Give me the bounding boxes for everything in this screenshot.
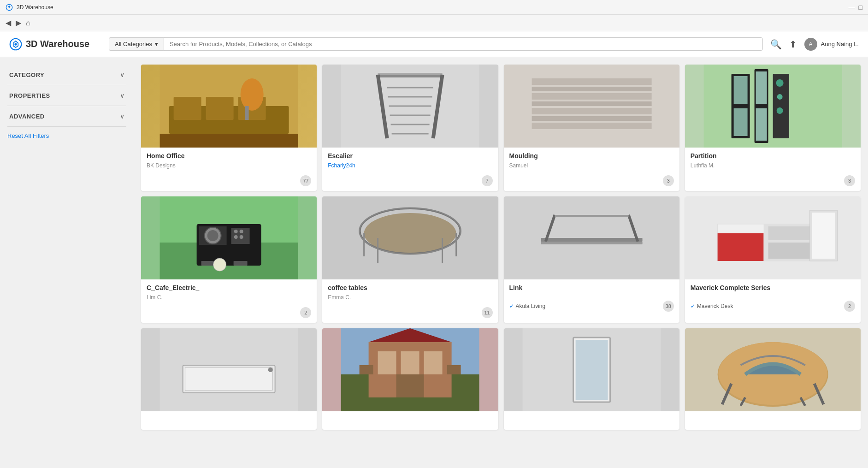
svg-rect-36 xyxy=(756,108,767,141)
check-icon-link: ✓ xyxy=(509,303,514,309)
search-input[interactable] xyxy=(164,37,763,51)
card-link[interactable]: Link ✓ Akula Living 38 xyxy=(504,196,679,323)
card-author-home-office: BK Designs xyxy=(147,162,311,169)
card-maverick[interactable]: Maverick Complete Series ✓ Maverick Desk… xyxy=(685,196,861,323)
search-area: All Categories ▾ xyxy=(109,37,763,51)
card-count-cafe: 2 xyxy=(300,307,311,318)
card-tray[interactable] xyxy=(141,328,317,430)
minimize-btn[interactable]: — xyxy=(849,4,855,11)
svg-point-46 xyxy=(207,230,218,241)
card-image-cafe xyxy=(141,196,317,279)
svg-point-54 xyxy=(213,258,226,271)
card-author-moulding: Samuel xyxy=(509,162,674,169)
back-button[interactable]: ◀ xyxy=(6,18,11,27)
card-body-moulding: Moulding Samuel xyxy=(504,148,679,173)
maximize-btn[interactable]: □ xyxy=(859,4,862,11)
forward-button[interactable]: ▶ xyxy=(16,18,21,27)
card-footer-link: ✓ Akula Living 38 xyxy=(504,299,679,316)
card-mirror[interactable] xyxy=(504,328,679,430)
svg-rect-88 xyxy=(396,374,424,397)
filter-header-category[interactable]: CATEGORY ∨ xyxy=(7,66,126,83)
filter-section-advanced: ADVANCED ∨ xyxy=(7,108,126,127)
filter-header-advanced[interactable]: ADVANCED ∨ xyxy=(7,108,126,124)
card-image-moulding xyxy=(504,65,679,148)
card-wood-table[interactable] xyxy=(685,328,861,430)
card-home-office[interactable]: Home Office BK Designs 77 xyxy=(141,65,317,191)
svg-rect-5 xyxy=(174,97,201,120)
verified-text-link: Akula Living xyxy=(516,303,546,309)
svg-rect-68 xyxy=(541,242,642,244)
category-dropdown[interactable]: All Categories ▾ xyxy=(109,37,164,51)
title-bar-text: 3D Warehouse xyxy=(17,4,53,11)
svg-rect-93 xyxy=(575,340,608,400)
card-cafe[interactable]: C_Cafe_Electric_ Lim C. 2 xyxy=(141,196,317,323)
user-area[interactable]: A Aung Naing L. xyxy=(804,38,859,51)
svg-rect-28 xyxy=(531,116,651,121)
svg-point-39 xyxy=(777,94,782,100)
card-body-wood-table xyxy=(685,411,861,423)
card-verified-maverick: ✓ Maverick Desk xyxy=(691,303,733,309)
sidebar: CATEGORY ∨ PROPERTIES ∨ ADVANCED ∨ Reset… xyxy=(0,57,134,468)
logo-icon xyxy=(9,38,22,51)
card-title-cafe: C_Cafe_Electric_ xyxy=(147,284,311,291)
card-title-coffee: coffee tables xyxy=(328,284,492,291)
check-icon-maverick: ✓ xyxy=(691,303,695,309)
title-bar: 3D Warehouse — □ xyxy=(0,0,868,15)
content-area: Home Office BK Designs 77 xyxy=(134,57,868,468)
svg-rect-29 xyxy=(531,123,651,129)
logo-area: 3D Warehouse xyxy=(9,38,101,51)
card-count-maverick: 2 xyxy=(844,301,855,312)
dropdown-chevron: ▾ xyxy=(155,41,158,47)
avatar: A xyxy=(804,38,817,51)
svg-rect-6 xyxy=(206,97,234,120)
card-count-escalier: 7 xyxy=(482,175,493,186)
card-image-home-office xyxy=(141,65,317,148)
logo-text: 3D Warehouse xyxy=(26,39,89,49)
svg-point-50 xyxy=(234,235,238,239)
card-building[interactable] xyxy=(322,328,498,430)
card-partition[interactable]: Partition Luthfia M. 3 xyxy=(685,65,861,191)
card-image-escalier xyxy=(322,65,498,148)
filter-label-category: CATEGORY xyxy=(9,71,44,78)
card-escalier[interactable]: Escalier Fcharly24h 7 xyxy=(322,65,498,191)
svg-rect-13 xyxy=(378,73,443,75)
svg-point-80 xyxy=(268,367,273,372)
svg-rect-53 xyxy=(234,261,248,266)
svg-rect-52 xyxy=(201,261,215,266)
card-footer-coffee: 11 xyxy=(322,305,498,323)
home-button[interactable]: ⌂ xyxy=(26,19,30,27)
card-title-maverick: Maverick Complete Series xyxy=(691,284,855,291)
svg-point-48 xyxy=(234,230,238,233)
verified-text-maverick: Maverick Desk xyxy=(697,303,733,309)
svg-rect-25 xyxy=(531,93,651,100)
filter-divider-1 xyxy=(7,85,126,85)
card-footer-tray xyxy=(141,423,317,430)
card-image-wood-table xyxy=(685,328,861,411)
search-icon[interactable]: 🔍 xyxy=(770,39,782,50)
upload-icon[interactable]: ⬆ xyxy=(789,39,797,50)
card-count-moulding: 3 xyxy=(663,175,674,186)
card-count-coffee: 11 xyxy=(482,307,493,318)
filter-divider-2 xyxy=(7,106,126,106)
filter-section-category: CATEGORY ∨ xyxy=(7,66,126,85)
svg-rect-85 xyxy=(378,351,396,374)
card-moulding[interactable]: Moulding Samuel 3 xyxy=(504,65,679,191)
card-footer-escalier: 7 xyxy=(322,173,498,191)
svg-rect-89 xyxy=(360,365,373,374)
card-author-escalier: Fcharly24h xyxy=(328,162,492,169)
svg-point-49 xyxy=(240,230,243,233)
svg-rect-64 xyxy=(541,238,642,242)
svg-rect-87 xyxy=(424,351,443,374)
card-body-cafe: C_Cafe_Electric_ Lim C. xyxy=(141,279,317,305)
card-author-coffee: Emma C. xyxy=(328,294,492,301)
card-count-home-office: 77 xyxy=(300,175,311,186)
card-body-building xyxy=(322,411,498,423)
reset-filters-link[interactable]: Reset All Filters xyxy=(7,132,126,139)
filter-header-properties[interactable]: PROPERTIES ∨ xyxy=(7,87,126,104)
svg-point-38 xyxy=(776,79,783,87)
svg-point-40 xyxy=(776,107,783,114)
main: CATEGORY ∨ PROPERTIES ∨ ADVANCED ∨ Reset… xyxy=(0,57,868,468)
svg-point-8 xyxy=(241,78,264,111)
card-coffee-tables[interactable]: coffee tables Emma C. 11 xyxy=(322,196,498,323)
svg-rect-71 xyxy=(717,233,763,261)
